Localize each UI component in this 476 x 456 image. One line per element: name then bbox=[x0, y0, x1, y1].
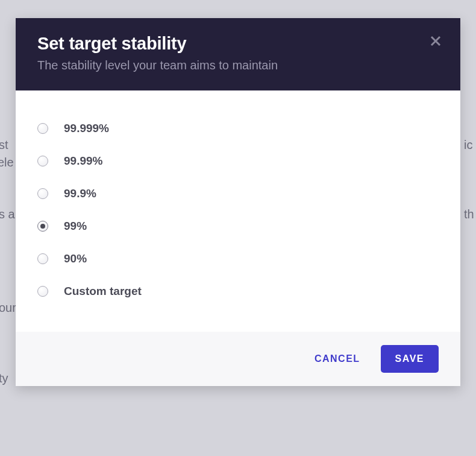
save-button[interactable]: SAVE bbox=[381, 345, 439, 373]
stability-option[interactable]: Custom target bbox=[37, 275, 439, 308]
radio-icon bbox=[37, 123, 48, 134]
background-text: our bbox=[0, 299, 16, 317]
modal-title: Set target stability bbox=[37, 34, 439, 54]
stability-option-label: 99.99% bbox=[64, 154, 102, 168]
stability-option-label: 99.999% bbox=[64, 122, 109, 135]
stability-option[interactable]: 99% bbox=[37, 210, 439, 242]
background-text: st bbox=[0, 136, 8, 154]
radio-icon bbox=[37, 188, 48, 199]
stability-option[interactable]: 99.9% bbox=[37, 177, 439, 210]
radio-icon bbox=[37, 286, 48, 297]
stability-option[interactable]: 99.99% bbox=[37, 145, 439, 177]
target-stability-modal: Set target stability The stability level… bbox=[16, 18, 460, 386]
stability-option[interactable]: 90% bbox=[37, 242, 439, 275]
background-text: s a bbox=[0, 205, 15, 223]
cancel-button[interactable]: CANCEL bbox=[315, 353, 360, 364]
modal-body: 99.999%99.99%99.9%99%90%Custom target bbox=[16, 90, 460, 332]
background-text: ic bbox=[464, 136, 472, 154]
radio-icon bbox=[37, 253, 48, 264]
close-icon bbox=[430, 36, 441, 48]
background-text: ele bbox=[0, 153, 14, 171]
background-text: ty bbox=[0, 369, 8, 387]
background-text: th bbox=[464, 205, 474, 223]
modal-footer: CANCEL SAVE bbox=[16, 332, 460, 386]
stability-option-label: Custom target bbox=[64, 285, 142, 298]
stability-option-label: 99% bbox=[64, 220, 87, 233]
radio-icon bbox=[37, 156, 48, 166]
modal-subtitle: The stability level your team aims to ma… bbox=[37, 59, 439, 72]
stability-option[interactable]: 99.999% bbox=[37, 112, 439, 145]
modal-header: Set target stability The stability level… bbox=[16, 18, 460, 90]
close-button[interactable] bbox=[427, 33, 445, 51]
stability-option-label: 90% bbox=[64, 252, 87, 265]
stability-option-label: 99.9% bbox=[64, 187, 96, 200]
radio-icon bbox=[37, 221, 48, 232]
